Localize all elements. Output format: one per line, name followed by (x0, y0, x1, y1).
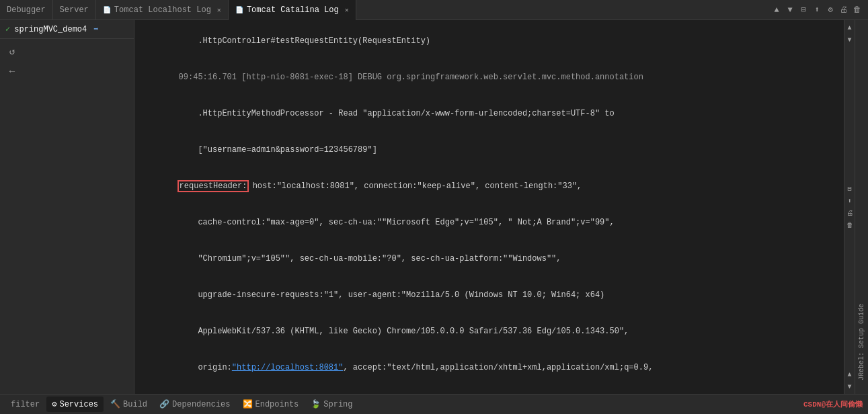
log-line-3: .HttpEntityMethodProcessor - Read "appli… (140, 95, 838, 132)
reload-btn[interactable]: ↺ (3, 42, 22, 60)
log-line-4: ["username=admin&password=123456789"] (140, 132, 838, 168)
spring-label: Spring (323, 400, 352, 409)
link-localhost[interactable]: "http://localhost:8081" (232, 363, 344, 372)
settings-btn[interactable]: ⚙ (825, 5, 836, 15)
panel-filter-btn[interactable]: ⊟ (845, 184, 855, 194)
tab-close-1[interactable]: ✕ (217, 6, 221, 14)
panel-up-btn[interactable]: ▲ (845, 23, 855, 32)
tab-tomcat-localhost-label: Tomcat Localhost Log (114, 5, 211, 15)
log-line-9: AppleWebKit/537.36 (KHTML, like Gecko) C… (140, 313, 838, 349)
build-label: Build (123, 400, 147, 409)
export-btn[interactable]: ⬆ (812, 5, 822, 15)
panel-scroll-down[interactable]: ▼ (845, 382, 855, 391)
check-icon: ✓ (5, 24, 10, 34)
tab-bar: Debugger Server 📄 Tomcat Localhost Log ✕… (0, 0, 868, 20)
project-name: springMVC_demo4 (14, 25, 87, 34)
log-line-8: upgrade-insecure-requests:"1", user-agen… (140, 277, 838, 313)
right-panel: ▲ ▼ ⊟ ⬆ 🖨 🗑 ▲ ▼ (844, 20, 855, 394)
tab-bar-actions: ▲ ▼ ⊟ ⬆ ⚙ 🖨 🗑 (766, 5, 868, 15)
panel-delete-btn[interactable]: 🗑 (845, 220, 855, 230)
filter-label: filter (11, 400, 40, 409)
tab-tomcat-localhost[interactable]: 📄 Tomcat Localhost Log ✕ (96, 0, 229, 20)
panel-scroll-up[interactable]: ▲ (845, 370, 855, 379)
tab-bar-left: Debugger Server 📄 Tomcat Localhost Log ✕… (0, 0, 766, 20)
delete-btn[interactable]: 🗑 (852, 5, 863, 15)
panel-down-btn[interactable]: ▼ (845, 35, 855, 44)
build-icon: 🔨 (110, 399, 120, 409)
log-content[interactable]: .HttpController#testRequestEntity(Reques… (134, 20, 844, 394)
left-sidebar: ✓ springMVC_demo4 ➡ ↺ ← (0, 20, 134, 394)
tab-filter[interactable]: filter (5, 397, 45, 412)
tab-close-2[interactable]: ✕ (345, 6, 349, 14)
tab-services[interactable]: ⚙ Services (46, 397, 104, 412)
dependencies-icon: 🔗 (159, 399, 169, 409)
bottom-toolbar: filter ⚙ Services 🔨 Build 🔗 Dependencies… (0, 394, 868, 414)
tab-endpoints[interactable]: 🔀 Endpoints (237, 397, 305, 412)
sidebar-project[interactable]: ✓ springMVC_demo4 ➡ (0, 20, 134, 39)
endpoints-label: Endpoints (255, 400, 299, 409)
spring-icon: 🍃 (311, 399, 321, 409)
file-icon-2: 📄 (235, 6, 243, 14)
file-icon-1: 📄 (103, 6, 111, 14)
jrebel-panel: JRebel: Setup Guide (855, 20, 868, 394)
log-line-5: requestHeader: host:"localhost:8081", co… (140, 168, 838, 204)
jrebel-text: JRebel: Setup Guide (858, 304, 865, 380)
tab-dependencies[interactable]: 🔗 Dependencies (154, 397, 235, 412)
log-area: .HttpController#testRequestEntity(Reques… (134, 20, 844, 394)
endpoints-icon: 🔀 (243, 399, 253, 409)
sidebar-tools: ↺ ← (0, 39, 134, 394)
log-line-2: 09:45:16.701 [http-nio-8081-exec-18] DEB… (140, 59, 838, 95)
tab-server[interactable]: Server (53, 0, 96, 20)
services-label: Services (59, 400, 98, 409)
dependencies-label: Dependencies (172, 400, 230, 409)
request-header-label: requestHeader: (179, 181, 248, 191)
services-icon: ⚙ (52, 399, 56, 409)
filter-btn[interactable]: ⊟ (798, 5, 809, 15)
tab-spring[interactable]: 🍃 Spring (305, 397, 358, 412)
tab-debugger[interactable]: Debugger (0, 0, 53, 20)
panel-export-btn[interactable]: ⬆ (845, 196, 855, 206)
log-line-10: origin:"http://localhost:8081", accept:"… (140, 349, 838, 386)
csdn-text: CSDN@在人间偷懒 (803, 401, 863, 409)
log-line-6: cache-control:"max-age=0", sec-ch-ua:""M… (140, 204, 838, 241)
print-btn[interactable]: 🖨 (838, 5, 849, 15)
back-btn[interactable]: ← (3, 62, 22, 81)
tab-tomcat-catalina[interactable]: 📄 Tomcat Catalina Log ✕ (229, 0, 356, 20)
log-line-1: .HttpController#testRequestEntity(Reques… (140, 23, 838, 59)
arrow-icon: ➡ (93, 24, 98, 34)
scroll-up-btn[interactable]: ▲ (771, 5, 782, 15)
tab-build[interactable]: 🔨 Build (105, 397, 153, 412)
log-line-7: "Chromium";v="105"", sec-ch-ua-mobile:"?… (140, 241, 838, 277)
csdn-badge: CSDN@在人间偷懒 (803, 399, 863, 409)
tab-server-label: Server (60, 5, 89, 15)
log-line-11: image/webp,image/apng,*/*;q=0.8,applicat… (140, 386, 838, 394)
scroll-down-btn[interactable]: ▼ (785, 5, 795, 15)
panel-print-btn[interactable]: 🖨 (845, 208, 855, 218)
tab-tomcat-catalina-label: Tomcat Catalina Log (247, 5, 339, 15)
main-area: ✓ springMVC_demo4 ➡ ↺ ← .HttpController#… (0, 20, 868, 394)
tab-debugger-label: Debugger (7, 5, 46, 15)
